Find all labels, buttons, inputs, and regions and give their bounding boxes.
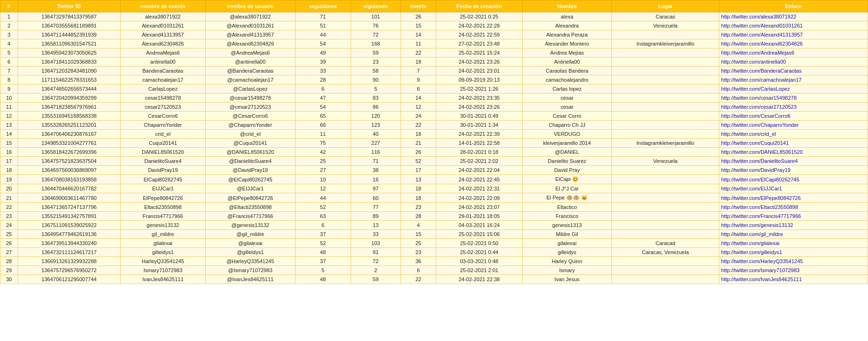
- table-cell: VERDUGO: [522, 130, 612, 139]
- twitter-link[interactable]: http://twitter.com/Eltacti23550898: [721, 204, 798, 210]
- table-cell: 22: [401, 275, 436, 284]
- table-cell[interactable]: http://twitter.com/CesarCorro6: [719, 112, 868, 121]
- table-cell: CarlasLopez: [120, 85, 205, 94]
- table-cell[interactable]: http://twitter.com/gilleidys1: [719, 248, 868, 257]
- twitter-link[interactable]: http://twitter.com/HarleyQ33541245: [721, 258, 803, 264]
- table-cell[interactable]: http://twitter.com/IvanJes84625111: [719, 275, 868, 284]
- table-cell: 12: [295, 184, 351, 193]
- twitter-link[interactable]: http://twitter.com/Alexand01031261: [721, 23, 803, 28]
- table-cell[interactable]: http://twitter.com/Alexand62304826: [719, 39, 868, 48]
- table-cell: 89: [351, 212, 401, 221]
- table-cell: 71: [295, 12, 351, 21]
- table-cell[interactable]: http://twitter.com/BanderaCaraotas: [719, 66, 868, 76]
- table-cell: 9: [401, 76, 436, 85]
- twitter-link[interactable]: http://twitter.com/cesar15498278: [721, 95, 797, 101]
- table-cell[interactable]: http://twitter.com/ElPepe80842726: [719, 193, 868, 203]
- table-cell[interactable]: http://twitter.com/gil_mildre: [719, 230, 868, 239]
- twitter-link[interactable]: http://twitter.com/Cuqui20141: [721, 140, 789, 146]
- table-cell: 44: [295, 30, 351, 39]
- table-cell[interactable]: http://twitter.com/ElCapi80262745: [719, 175, 868, 184]
- table-cell: 24: [401, 112, 436, 121]
- table-cell: @CarlasLopez: [205, 85, 295, 94]
- table-cell: @Eltacti23550898: [205, 203, 295, 212]
- twitter-link[interactable]: http://twitter.com/CarlasLopez: [721, 86, 790, 92]
- twitter-link[interactable]: http://twitter.com/Alexand62304826: [721, 41, 803, 47]
- twitter-link[interactable]: http://twitter.com/IvanJes84625111: [721, 276, 802, 282]
- twitter-link[interactable]: http://twitter.com/ElCapi80262745: [721, 177, 799, 182]
- twitter-link[interactable]: http://twitter.com/EIJJCar1: [721, 186, 782, 191]
- table-cell[interactable]: http://twitter.com/ChaparroYonder: [719, 121, 868, 130]
- table-cell: 27: [0, 248, 18, 257]
- table-cell: 14: [401, 30, 436, 39]
- table-cell[interactable]: http://twitter.com/CarlasLopez: [719, 85, 868, 94]
- table-cell: @Cuqui20141: [205, 139, 295, 148]
- table-cell: 1364739513944330240: [18, 239, 120, 248]
- table-cell[interactable]: http://twitter.com/DANIEL85061520: [719, 148, 868, 157]
- table-cell[interactable]: http://twitter.com/Francis47717966: [719, 212, 868, 221]
- table-cell[interactable]: http://twitter.com/gilalexai: [719, 239, 868, 248]
- twitter-link[interactable]: http://twitter.com/ChaparroYonder: [721, 122, 799, 128]
- twitter-link[interactable]: http://twitter.com/DavidPray19: [721, 167, 791, 173]
- table-cell: 28: [295, 76, 351, 85]
- twitter-link[interactable]: http://twitter.com/gil_mildre: [721, 231, 783, 237]
- twitter-link[interactable]: http://twitter.com/cesar27120523: [721, 104, 797, 110]
- table-cell: 42: [295, 148, 351, 157]
- table-cell: 25-02-2021 0:50: [436, 239, 522, 248]
- table-cell: 1364959423073050625: [18, 48, 120, 57]
- table-cell: @antinella00: [205, 57, 295, 66]
- twitter-link[interactable]: http://twitter.com/antinella00: [721, 59, 786, 65]
- table-cell[interactable]: http://twitter.com/Cuqui20141: [719, 139, 868, 148]
- table-cell: 24-02-2021 23:07: [436, 203, 522, 212]
- table-cell[interactable]: http://twitter.com/Ismary71072983: [719, 266, 868, 275]
- table-cell: Instagramkleiverjaramillo: [612, 39, 719, 48]
- twitter-link[interactable]: http://twitter.com/DANIEL85061520: [721, 149, 803, 155]
- table-cell[interactable]: http://twitter.com/antinella00: [719, 57, 868, 66]
- table-cell: 52: [295, 203, 351, 212]
- table-cell: 83: [351, 94, 401, 103]
- twitter-link[interactable]: http://twitter.com/alexa38071922: [721, 14, 796, 19]
- twitter-link[interactable]: http://twitter.com/CesarCorro6: [721, 113, 791, 119]
- table-cell: 1364757296576950272: [18, 266, 120, 275]
- table-cell: 26: [401, 12, 436, 21]
- table-cell[interactable]: http://twitter.com/Alexand41313957: [719, 30, 868, 39]
- table-cell: [612, 66, 719, 76]
- twitter-link[interactable]: http://twitter.com/gilalexai: [721, 240, 780, 246]
- table-cell[interactable]: http://twitter.com/AndreaMejas6: [719, 48, 868, 57]
- twitter-link[interactable]: http://twitter.com/ElPepe80842726: [721, 195, 801, 201]
- table-cell: 8: [0, 76, 18, 85]
- table-cell[interactable]: http://twitter.com/Alexand01031261: [719, 21, 868, 30]
- table-cell[interactable]: http://twitter.com/alexa38071922: [719, 12, 868, 21]
- table-cell[interactable]: http://twitter.com/cesar15498278: [719, 94, 868, 103]
- twitter-link[interactable]: http://twitter.com/crid_el: [721, 131, 776, 137]
- table-cell: 38: [351, 166, 401, 175]
- twitter-link[interactable]: http://twitter.com/Ismary71072983: [721, 267, 800, 273]
- twitter-link[interactable]: http://twitter.com/Alexand41313957: [721, 32, 803, 38]
- twitter-link[interactable]: http://twitter.com/gilleidys1: [721, 249, 782, 255]
- twitter-link[interactable]: http://twitter.com/BanderaCaraotas: [721, 68, 801, 74]
- table-cell[interactable]: http://twitter.com/genesis13132: [719, 221, 868, 230]
- twitter-link[interactable]: http://twitter.com/camachoalejan17: [721, 77, 801, 83]
- twitter-link[interactable]: http://twitter.com/DanielitoSuare4: [721, 158, 798, 164]
- twitter-link[interactable]: http://twitter.com/genesis13132: [721, 222, 793, 228]
- twitter-link[interactable]: http://twitter.com/AndreaMejas6: [721, 50, 794, 56]
- table-cell[interactable]: http://twitter.com/Eltacti23550898: [719, 203, 868, 212]
- table-cell: 24: [0, 221, 18, 230]
- table-cell[interactable]: http://twitter.com/EIJJCar1: [719, 184, 868, 193]
- table-cell[interactable]: http://twitter.com/camachoalejan17: [719, 76, 868, 85]
- table-row: 21364703555681189891Alexand01031261@Alex…: [0, 21, 868, 30]
- table-cell: 1355316945168568338: [18, 112, 120, 121]
- table-cell: 14: [401, 94, 436, 103]
- table-cell: @genesis13132: [205, 221, 295, 230]
- table-cell[interactable]: http://twitter.com/cesar27120523: [719, 103, 868, 112]
- table-cell[interactable]: http://twitter.com/HarleyQ33541245: [719, 257, 868, 266]
- table-cell: 72: [351, 257, 401, 266]
- table-cell: 4: [0, 39, 18, 48]
- table-cell[interactable]: http://twitter.com/DavidPray19: [719, 166, 868, 175]
- twitter-link[interactable]: http://twitter.com/Francis47717966: [721, 213, 801, 219]
- table-cell: 1364706121295007744: [18, 275, 120, 284]
- table-cell[interactable]: http://twitter.com/DanielitoSuare4: [719, 157, 868, 166]
- table-cell[interactable]: http://twitter.com/crid_el: [719, 130, 868, 139]
- table-row: 181364697560036868097DavidPray19@DavidPr…: [0, 166, 868, 175]
- table-cell: @CesarCorro6: [205, 112, 295, 121]
- table-row: 91364748502656573444CarlasLopez@CarlasLo…: [0, 85, 868, 94]
